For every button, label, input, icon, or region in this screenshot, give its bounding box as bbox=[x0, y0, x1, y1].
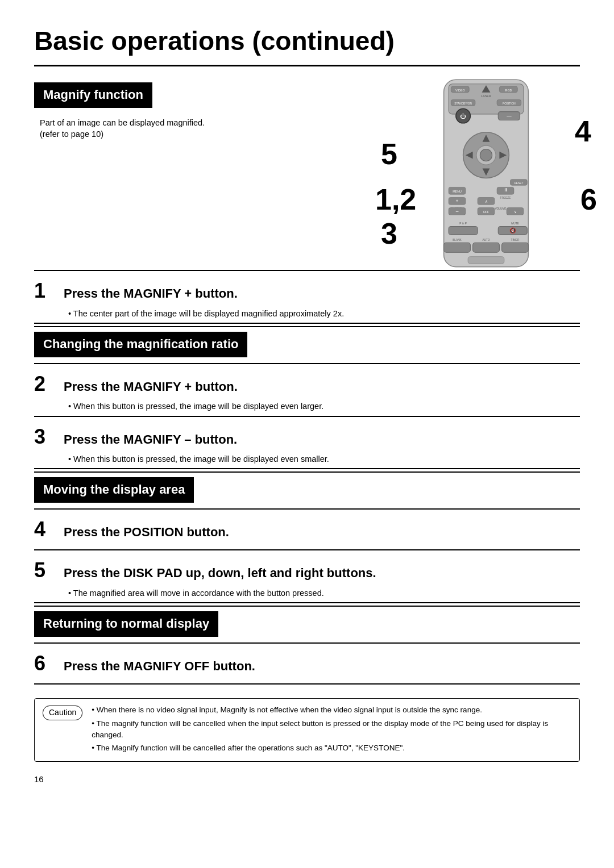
svg-text:⏸: ⏸ bbox=[503, 187, 508, 193]
remote-label-6: 6 bbox=[580, 179, 597, 220]
step6-number: 6 bbox=[34, 649, 55, 678]
svg-text:STANDBY/ON: STANDBY/ON bbox=[454, 102, 472, 105]
step2-bullets: When this button is pressed, the image w… bbox=[68, 400, 580, 412]
svg-text:P in P: P in P bbox=[459, 223, 467, 226]
remote-control-image: VIDEO RGB LASER STANDBY/ON POSITION bbox=[404, 77, 569, 270]
page-title: Basic operations (continued) bbox=[34, 23, 580, 66]
intro-line1: Part of an image can be displayed magnif… bbox=[40, 117, 398, 128]
svg-text:FREEZE: FREEZE bbox=[500, 197, 511, 199]
step4-header: 4 Press the POSITION button. bbox=[34, 515, 580, 544]
step2-number: 2 bbox=[34, 370, 55, 398]
step3-block: 3 Press the MAGNIFY – button. When this … bbox=[34, 417, 580, 470]
page-number: 16 bbox=[34, 773, 580, 785]
step1-block: 1 Press the MAGNIFY + button. The center… bbox=[34, 270, 580, 324]
svg-text:OFF: OFF bbox=[483, 211, 489, 214]
step4-block: 4 Press the POSITION button. bbox=[34, 508, 580, 550]
step5-bullet1: The magnified area will move in accordan… bbox=[68, 587, 580, 599]
svg-text:BLANK: BLANK bbox=[453, 239, 462, 241]
svg-text:–: – bbox=[456, 209, 459, 215]
step5-bullets: The magnified area will move in accordan… bbox=[68, 587, 580, 599]
changing-ratio-section: Changing the magnification ratio bbox=[34, 326, 580, 361]
step3-header: 3 Press the MAGNIFY – button. bbox=[34, 423, 580, 451]
svg-text:RGB: RGB bbox=[505, 89, 512, 92]
returning-header: Returning to normal display bbox=[34, 611, 218, 637]
step3-bullet1: When this button is pressed, the image w… bbox=[68, 453, 580, 465]
step2-header: 2 Press the MAGNIFY + button. bbox=[34, 370, 580, 398]
step3-number: 3 bbox=[34, 423, 55, 451]
intro-line2: (refer to page 10) bbox=[40, 128, 398, 140]
remote-image-area: 4 5 1,2 3 6 VIDEO RGB bbox=[398, 77, 580, 270]
page: Basic operations (continued) Magnify fun… bbox=[0, 0, 614, 819]
changing-ratio-header: Changing the magnification ratio bbox=[34, 332, 247, 357]
caution-bullet1: When there is no video signal input, Mag… bbox=[92, 704, 571, 716]
svg-text:—: — bbox=[507, 114, 512, 119]
step1-bullet1: The center part of the image will be dis… bbox=[68, 308, 580, 319]
caution-label: Caution bbox=[43, 706, 82, 720]
step5-block: 5 Press the DISK PAD up, down, left and … bbox=[34, 550, 580, 603]
svg-text:MUTE: MUTE bbox=[511, 223, 519, 226]
svg-text:POSITION: POSITION bbox=[503, 102, 516, 105]
caution-bullet2: The magnify function will be cancelled w… bbox=[92, 718, 571, 741]
step1-title: Press the MAGNIFY + button. bbox=[64, 285, 238, 303]
magnify-function-header-row: Magnify function bbox=[34, 82, 398, 111]
svg-text:MENU: MENU bbox=[453, 190, 462, 193]
moving-display-header: Moving the display area bbox=[34, 477, 194, 503]
step4-number: 4 bbox=[34, 515, 55, 544]
returning-section: Returning to normal display bbox=[34, 606, 580, 640]
svg-text:TIMER: TIMER bbox=[511, 239, 520, 241]
svg-rect-50 bbox=[444, 243, 471, 253]
remote-label-4: 4 bbox=[575, 111, 591, 152]
magnify-intro: Part of an image can be displayed magnif… bbox=[40, 117, 398, 140]
step6-title: Press the MAGNIFY OFF button. bbox=[64, 658, 255, 675]
svg-text:RESET: RESET bbox=[514, 182, 523, 185]
svg-text:⏻: ⏻ bbox=[460, 113, 466, 120]
step2-title: Press the MAGNIFY + button. bbox=[64, 378, 238, 396]
svg-point-22 bbox=[480, 149, 492, 161]
svg-text:∧: ∧ bbox=[485, 199, 488, 204]
step3-title: Press the MAGNIFY – button. bbox=[64, 431, 237, 449]
step3-bullets: When this button is pressed, the image w… bbox=[68, 453, 580, 465]
step1-number: 1 bbox=[34, 277, 55, 305]
magnify-function-section: Magnify function Part of an image can be… bbox=[34, 77, 398, 143]
svg-text:+: + bbox=[456, 198, 459, 204]
caution-bullet3: The Magnify function will be cancelled a… bbox=[92, 742, 571, 754]
step6-block: 6 Press the MAGNIFY OFF button. bbox=[34, 642, 580, 685]
remote-label-5: 5 bbox=[381, 133, 397, 175]
step2-bullet1: When this button is pressed, the image w… bbox=[68, 400, 580, 412]
svg-rect-52 bbox=[502, 243, 529, 253]
svg-text:LASER: LASER bbox=[481, 95, 491, 98]
top-section: Magnify function Part of an image can be… bbox=[34, 77, 580, 270]
step1-bullets: The center part of the image will be dis… bbox=[68, 308, 580, 319]
svg-rect-44 bbox=[449, 227, 478, 235]
svg-rect-53 bbox=[468, 257, 504, 264]
step6-header: 6 Press the MAGNIFY OFF button. bbox=[34, 649, 580, 678]
svg-text:VIDEO: VIDEO bbox=[455, 89, 464, 92]
svg-text:VOLUME: VOLUME bbox=[495, 207, 506, 210]
svg-text:AUTO: AUTO bbox=[482, 239, 489, 241]
svg-text:∨: ∨ bbox=[514, 210, 517, 215]
step5-number: 5 bbox=[34, 556, 55, 585]
moving-display-section: Moving the display area bbox=[34, 471, 580, 506]
remote-label-3: 3 bbox=[381, 213, 397, 254]
caution-block: Caution When there is no video signal in… bbox=[34, 698, 580, 762]
svg-rect-51 bbox=[473, 243, 500, 253]
svg-text:🔇: 🔇 bbox=[509, 228, 516, 235]
step5-title: Press the DISK PAD up, down, left and ri… bbox=[64, 565, 376, 582]
step1-header: 1 Press the MAGNIFY + button. bbox=[34, 277, 580, 305]
caution-text: When there is no video signal input, Mag… bbox=[92, 704, 571, 756]
magnify-function-header: Magnify function bbox=[34, 82, 152, 108]
step2-block: 2 Press the MAGNIFY + button. When this … bbox=[34, 363, 580, 417]
step4-title: Press the POSITION button. bbox=[64, 524, 229, 541]
step5-header: 5 Press the DISK PAD up, down, left and … bbox=[34, 556, 580, 585]
